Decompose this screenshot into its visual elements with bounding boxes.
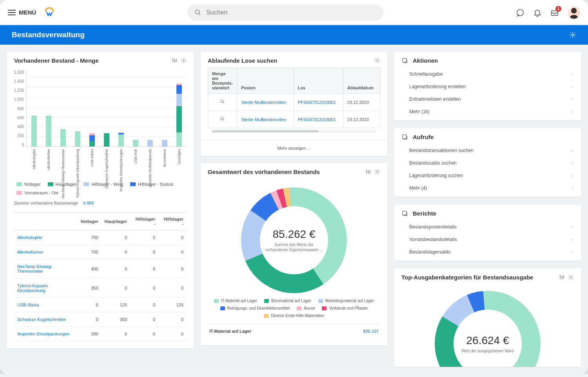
page-title: Bestandsverwaltung	[12, 31, 85, 39]
link-row[interactable]: Bestandstransaktionen suchen›	[394, 144, 581, 157]
link-row[interactable]: Vorratsbestandsdetails›	[394, 233, 581, 246]
chat-icon[interactable]	[516, 8, 524, 17]
svg-point-5	[172, 59, 174, 60]
bar-0[interactable]: Alkoholtupfer	[28, 70, 40, 147]
gear-icon[interactable]	[374, 169, 380, 175]
table-row[interactable]: Alkoholtupfer700000	[14, 230, 187, 245]
gear-icon[interactable]	[374, 58, 380, 63]
posten-link[interactable]: Sterile Mullbindenrollen	[237, 94, 294, 111]
search-placeholder: Suchen	[206, 9, 227, 16]
topbar: MENÜ Suchen 1	[0, 0, 588, 25]
legend-item: Hilfslager - West	[83, 182, 123, 187]
sliders-icon[interactable]	[365, 169, 371, 175]
link-row[interactable]: Lageranforderung erstellen›	[394, 80, 581, 93]
svg-rect-19	[403, 135, 407, 139]
section-title: Aktionen	[413, 57, 438, 64]
table-row[interactable]: Tylenol-Kapseln Einzelpackung350000	[14, 279, 187, 298]
legend-item: Verbände und Pflaster	[322, 306, 368, 310]
table-row[interactable]: NexTemp Einweg-Thermometer400000	[14, 259, 187, 279]
card-title: Top-Ausgabenkategorien für Bestandsausga…	[401, 274, 533, 281]
legend-item: Notlager	[16, 182, 41, 187]
table-row[interactable]: Schwarze Kugelschreiber030000	[14, 312, 187, 327]
legend-item: Arznei	[297, 306, 315, 310]
sliders-icon[interactable]	[559, 274, 565, 280]
bar-8[interactable]: Unsterile Mullbindenrolle	[144, 70, 156, 147]
bar-6[interactable]: Ibuprofen Einzelpackungen	[115, 70, 127, 147]
gear-icon[interactable]	[568, 274, 574, 280]
donut-value: 85.262 €	[273, 228, 316, 241]
link-row[interactable]: Mehr (16)›	[394, 105, 581, 118]
bar-2[interactable]: NexTemp Einweg-Thermometer	[57, 70, 69, 147]
card-title: Vorhandener Bestand - Menge	[14, 57, 99, 64]
value-row[interactable]: IT-Material auf Lager$36.107	[208, 324, 380, 338]
chevron-right-icon: ›	[572, 249, 573, 255]
menu-button[interactable]: MENÜ	[8, 9, 36, 16]
inbox-icon[interactable]: 1	[550, 8, 559, 17]
chevron-right-icon: ›	[572, 109, 573, 114]
donut-legend: IT-Material auf LagerBüromaterial auf La…	[208, 299, 380, 318]
quantity-table: NotlagerHauptlagerHilfslager -Hilfslager…	[14, 212, 187, 341]
avatar[interactable]	[568, 6, 580, 19]
inbox-badge: 1	[555, 6, 561, 12]
titlebar: Bestandsverwaltung	[0, 25, 588, 45]
gear-icon[interactable]	[181, 58, 187, 63]
show-more-link[interactable]: Mehr anzeigen ...	[201, 140, 387, 156]
svg-line-1	[199, 13, 200, 15]
bar-5[interactable]: Schwarze Kugelschreiber	[101, 70, 113, 147]
donut-value: 26.624 €	[466, 334, 509, 347]
card-title: Ablaufende Lose suchen	[208, 57, 278, 64]
los-link[interactable]: PFSG07312018001	[294, 111, 343, 128]
card-total-value: Gesamtwert des vorhandenen Bestands 85.2…	[201, 163, 387, 345]
search-icon[interactable]	[220, 116, 225, 121]
bar-4[interactable]: USB-Sticks	[86, 70, 98, 147]
card-expiring-lots: Ablaufende Lose suchen Menge am Bestands…	[201, 52, 387, 156]
link-row[interactable]: Bestandssaldo suchen›	[394, 157, 581, 169]
chevron-right-icon: ›	[572, 96, 573, 102]
bar-7[interactable]: USB-Hub	[129, 70, 142, 147]
bar-10[interactable]: Sonstiges	[173, 70, 185, 147]
search-input[interactable]: Suchen	[187, 4, 383, 21]
bar-9[interactable]: Broschüren	[158, 70, 171, 147]
search-icon	[194, 9, 201, 16]
table-row: Sterile MullbindenrollenPFSG073120180012…	[208, 94, 380, 111]
svg-point-6	[174, 61, 175, 62]
link-row[interactable]: Lageranforderung suchen›	[394, 169, 581, 182]
chevron-right-icon: ›	[572, 173, 573, 178]
search-icon[interactable]	[220, 99, 225, 104]
table-row[interactable]: USB-Sticks01250125	[14, 298, 187, 312]
link-row[interactable]: Entnahmelisten erstellen›	[394, 93, 581, 105]
svg-point-17	[377, 171, 378, 173]
chevron-right-icon: ›	[572, 237, 573, 242]
donut-chart-spend: 26.624 € Wert der ausgegebenen Ware	[435, 291, 541, 367]
bar-1[interactable]: Alkoholtücher	[43, 70, 55, 147]
svg-point-24	[570, 277, 572, 278]
svg-point-14	[366, 170, 367, 172]
section-aktionen: Aktionen Schnellausgabe›Lageranforderung…	[394, 52, 581, 120]
posten-link[interactable]: Sterile Mullbindenrollen	[237, 111, 294, 128]
link-row[interactable]: Bestandslagersaldo›	[394, 246, 581, 258]
chevron-right-icon: ›	[572, 185, 573, 191]
section-berichte: Berichte Bestandspostendetails›Vorratsbe…	[394, 205, 581, 261]
link-row[interactable]: Mehr (4)›	[394, 182, 581, 194]
svg-point-4	[572, 34, 574, 36]
svg-point-23	[563, 276, 564, 277]
sliders-icon[interactable]	[172, 58, 178, 63]
chevron-right-icon: ›	[572, 224, 573, 230]
scrollbar[interactable]	[212, 130, 376, 133]
svg-point-7	[176, 60, 177, 61]
table-row[interactable]: Ibuprofen Einzelpackungen280000	[14, 327, 187, 341]
los-link[interactable]: PFSG07312018001	[294, 94, 343, 111]
link-row[interactable]: Bestandspostendetails›	[394, 221, 581, 233]
bar-3[interactable]: Tylenol-Kapseln Einzelpackung	[72, 70, 84, 147]
bell-icon[interactable]	[533, 8, 542, 17]
lots-table: Menge am Bestands-standortPostenLosAblau…	[208, 68, 380, 128]
workday-logo[interactable]	[44, 7, 55, 18]
table-row[interactable]: Alkoholtücher700000	[14, 245, 187, 259]
hamburger-icon	[8, 10, 16, 15]
svg-line-13	[223, 120, 224, 121]
svg-rect-18	[403, 58, 407, 62]
gear-icon[interactable]	[569, 31, 576, 38]
svg-point-21	[560, 276, 561, 277]
link-row[interactable]: Schnellausgabe›	[394, 68, 581, 80]
chevron-right-icon: ›	[572, 71, 573, 77]
